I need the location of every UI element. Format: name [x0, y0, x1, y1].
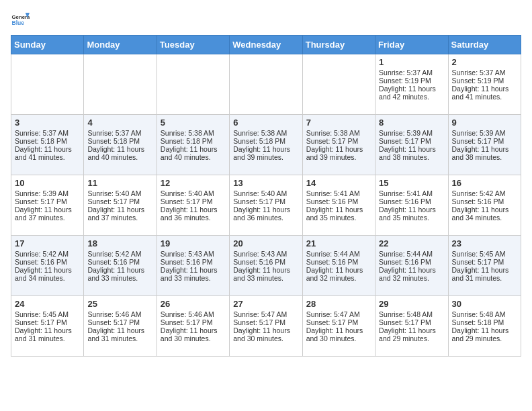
calendar-cell: 6Sunrise: 5:38 AMSunset: 5:18 PMDaylight…	[230, 115, 302, 175]
day-number: 7	[306, 118, 371, 128]
day-info: Daylight: 11 hours	[379, 326, 444, 334]
day-info: Sunset: 5:17 PM	[306, 318, 371, 326]
day-info: Sunrise: 5:48 AM	[452, 310, 517, 318]
day-number: 5	[161, 118, 226, 128]
calendar-cell	[84, 54, 157, 115]
day-number: 2	[452, 57, 517, 67]
day-info: Daylight: 11 hours	[452, 145, 517, 153]
day-number: 13	[233, 178, 298, 188]
day-info: Sunset: 5:17 PM	[233, 318, 298, 326]
day-info: and 31 minutes.	[452, 274, 517, 282]
day-info: Sunset: 5:17 PM	[233, 197, 298, 205]
calendar-cell: 11Sunrise: 5:40 AMSunset: 5:17 PMDayligh…	[84, 175, 157, 236]
day-info: Sunrise: 5:40 AM	[161, 189, 226, 197]
day-info: Sunrise: 5:42 AM	[87, 250, 152, 258]
calendar-col-header: Thursday	[302, 36, 375, 54]
day-info: Sunrise: 5:37 AM	[15, 129, 80, 137]
day-info: and 39 minutes.	[233, 153, 298, 161]
day-number: 12	[161, 178, 226, 188]
day-number: 26	[161, 299, 226, 309]
day-info: Daylight: 11 hours	[87, 326, 152, 334]
calendar-cell	[11, 54, 84, 115]
day-info: Sunrise: 5:48 AM	[379, 310, 444, 318]
day-number: 30	[452, 299, 517, 309]
day-number: 29	[379, 299, 444, 309]
day-info: Sunset: 5:18 PM	[452, 318, 517, 326]
day-info: Sunrise: 5:38 AM	[233, 129, 298, 137]
svg-text:Blue: Blue	[12, 19, 25, 26]
day-info: and 38 minutes.	[379, 153, 444, 161]
day-info: Sunset: 5:16 PM	[161, 258, 226, 266]
day-info: Sunrise: 5:39 AM	[379, 129, 444, 137]
day-info: Daylight: 11 hours	[233, 205, 298, 214]
day-info: Daylight: 11 hours	[87, 145, 152, 153]
day-info: Sunrise: 5:47 AM	[233, 310, 298, 318]
day-info: Sunrise: 5:38 AM	[161, 129, 226, 137]
calendar-cell	[230, 54, 302, 115]
day-number: 20	[233, 238, 298, 248]
day-info: and 30 minutes.	[233, 334, 298, 342]
day-info: Sunrise: 5:39 AM	[452, 129, 517, 137]
calendar-cell: 9Sunrise: 5:39 AMSunset: 5:17 PMDaylight…	[448, 115, 521, 175]
day-info: Daylight: 11 hours	[161, 326, 226, 334]
day-info: and 31 minutes.	[15, 334, 80, 342]
day-info: and 40 minutes.	[87, 153, 152, 161]
day-number: 19	[161, 238, 226, 248]
day-info: Sunset: 5:17 PM	[87, 318, 152, 326]
day-info: Daylight: 11 hours	[452, 205, 517, 214]
calendar-cell: 16Sunrise: 5:42 AMSunset: 5:16 PMDayligh…	[448, 175, 521, 236]
calendar-cell: 15Sunrise: 5:41 AMSunset: 5:16 PMDayligh…	[375, 175, 448, 236]
calendar-cell: 22Sunrise: 5:44 AMSunset: 5:16 PMDayligh…	[375, 236, 448, 296]
day-number: 9	[452, 118, 517, 128]
calendar-cell: 25Sunrise: 5:46 AMSunset: 5:17 PMDayligh…	[84, 296, 157, 357]
calendar-col-header: Wednesday	[230, 36, 302, 54]
day-info: and 39 minutes.	[306, 153, 371, 161]
day-number: 6	[233, 118, 298, 128]
day-info: Daylight: 11 hours	[452, 85, 517, 93]
calendar-week-row: 24Sunrise: 5:45 AMSunset: 5:17 PMDayligh…	[11, 296, 521, 357]
day-number: 4	[87, 118, 152, 128]
day-info: Daylight: 11 hours	[161, 145, 226, 153]
day-info: Daylight: 11 hours	[379, 145, 444, 153]
day-number: 14	[306, 178, 371, 188]
day-info: Sunrise: 5:41 AM	[306, 189, 371, 197]
day-number: 24	[15, 299, 80, 309]
day-number: 18	[87, 238, 152, 248]
calendar: SundayMondayTuesdayWednesdayThursdayFrid…	[11, 35, 521, 357]
day-info: and 33 minutes.	[87, 274, 152, 282]
day-info: Daylight: 11 hours	[15, 205, 80, 214]
day-info: Sunset: 5:18 PM	[15, 137, 80, 145]
page-header: General Blue	[11, 11, 521, 30]
day-info: Sunset: 5:17 PM	[452, 137, 517, 145]
day-info: Sunset: 5:16 PM	[452, 197, 517, 205]
day-info: Sunset: 5:19 PM	[452, 77, 517, 85]
day-info: Sunset: 5:18 PM	[87, 137, 152, 145]
day-info: Sunset: 5:16 PM	[87, 258, 152, 266]
day-info: Sunset: 5:17 PM	[15, 197, 80, 205]
calendar-col-header: Tuesday	[157, 36, 229, 54]
calendar-cell: 27Sunrise: 5:47 AMSunset: 5:17 PMDayligh…	[230, 296, 302, 357]
day-number: 21	[306, 238, 371, 248]
day-number: 15	[379, 178, 444, 188]
calendar-cell: 10Sunrise: 5:39 AMSunset: 5:17 PMDayligh…	[11, 175, 84, 236]
logo: General Blue	[11, 11, 32, 30]
day-info: Sunrise: 5:37 AM	[452, 68, 517, 77]
calendar-cell: 3Sunrise: 5:37 AMSunset: 5:18 PMDaylight…	[11, 115, 84, 175]
day-info: Daylight: 11 hours	[161, 205, 226, 214]
calendar-cell: 17Sunrise: 5:42 AMSunset: 5:16 PMDayligh…	[11, 236, 84, 296]
day-info: Daylight: 11 hours	[161, 266, 226, 274]
calendar-cell: 1Sunrise: 5:37 AMSunset: 5:19 PMDaylight…	[375, 54, 448, 115]
day-info: Sunset: 5:16 PM	[306, 258, 371, 266]
day-number: 3	[15, 118, 80, 128]
day-info: Sunrise: 5:37 AM	[379, 68, 444, 77]
day-info: Sunrise: 5:43 AM	[233, 250, 298, 258]
calendar-cell: 19Sunrise: 5:43 AMSunset: 5:16 PMDayligh…	[157, 236, 229, 296]
logo-icon: General Blue	[11, 11, 30, 30]
day-number: 28	[306, 299, 371, 309]
day-info: and 29 minutes.	[379, 334, 444, 342]
day-number: 27	[233, 299, 298, 309]
day-info: Sunrise: 5:40 AM	[233, 189, 298, 197]
calendar-cell: 2Sunrise: 5:37 AMSunset: 5:19 PMDaylight…	[448, 54, 521, 115]
calendar-cell: 14Sunrise: 5:41 AMSunset: 5:16 PMDayligh…	[302, 175, 375, 236]
calendar-cell: 7Sunrise: 5:38 AMSunset: 5:17 PMDaylight…	[302, 115, 375, 175]
